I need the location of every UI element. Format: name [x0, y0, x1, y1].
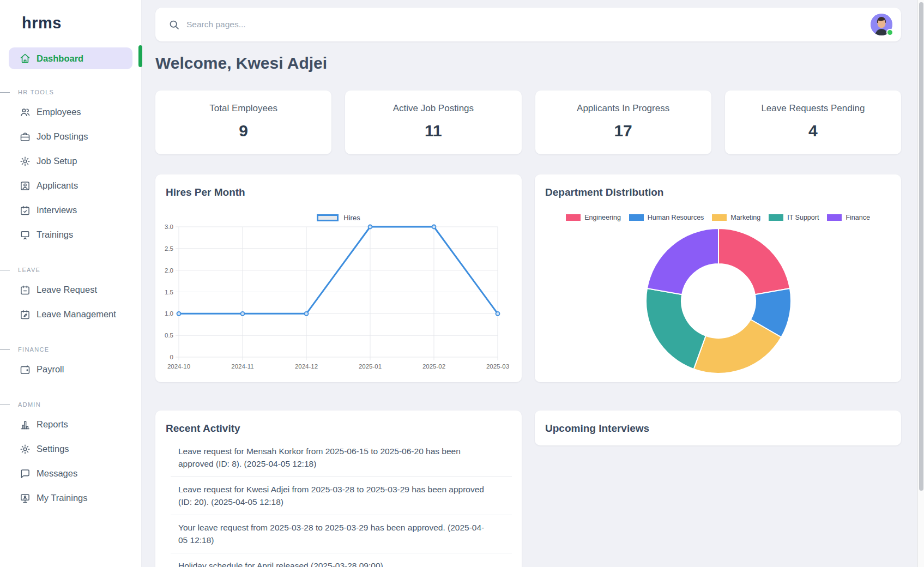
sidebar-item-interviews[interactable]: Interviews: [0, 198, 141, 222]
svg-text:3.0: 3.0: [165, 224, 173, 230]
legend-swatch: [827, 214, 842, 221]
stat-value: 11: [425, 122, 442, 140]
section-dash: [0, 270, 10, 270]
chart-title: Hires Per Month: [155, 174, 522, 198]
charts-row: Hires Per Month Hires 00.51.01.52.02.53.…: [155, 174, 901, 382]
page-title: Welcome, Kwesi Adjei: [155, 52, 901, 74]
search-icon: [168, 19, 180, 31]
department-donut-chart[interactable]: [642, 225, 795, 377]
svg-text:2024-12: 2024-12: [295, 363, 318, 370]
sidebar-section-leave: LEAVE: [0, 266, 141, 274]
screen-user-icon: [20, 493, 31, 504]
search-bar: [155, 8, 901, 41]
user-avatar[interactable]: [871, 14, 892, 35]
legend-label: Marketing: [730, 214, 760, 221]
hires-line-chart[interactable]: 00.51.01.52.02.53.02024-102024-112024-12…: [162, 207, 515, 377]
calendar-minus-icon: [20, 285, 31, 295]
legend-label: Finance: [846, 214, 869, 221]
user-card-icon: [20, 180, 31, 191]
recent-activity-card: Recent Activity Leave request for Mensah…: [155, 411, 522, 567]
legend-swatch: [712, 214, 727, 221]
stat-card-leave-requests-pending: Leave Requests Pending 4: [725, 91, 901, 154]
search-input[interactable]: [186, 20, 863, 29]
home-icon: [20, 53, 31, 64]
svg-text:2025-02: 2025-02: [422, 363, 445, 370]
gear-icon: [20, 444, 31, 455]
calendar-check-icon: [20, 205, 31, 216]
sidebar-item-payroll[interactable]: Payroll: [0, 357, 141, 382]
svg-text:0: 0: [170, 354, 173, 360]
sidebar-item-job-setup[interactable]: Job Setup: [0, 149, 141, 173]
wallet-icon: [20, 364, 31, 375]
department-distribution-card: Department Distribution EngineeringHuman…: [535, 174, 901, 382]
sidebar: hrms Dashboard HR TOOLS Employees Job Po…: [0, 0, 142, 567]
gear-icon: [20, 156, 31, 167]
sidebar-item-dashboard[interactable]: Dashboard: [9, 47, 132, 69]
legend-label: Engineering: [584, 214, 621, 221]
calendar-pen-icon: [20, 309, 31, 320]
stat-value: 4: [808, 122, 818, 140]
sidebar-item-applicants[interactable]: Applicants: [0, 173, 141, 198]
legend-label: IT Support: [787, 214, 819, 221]
section-dash: [0, 349, 10, 350]
legend-swatch: [629, 214, 644, 221]
sidebar-item-settings[interactable]: Settings: [0, 437, 141, 461]
svg-text:2025-01: 2025-01: [359, 363, 382, 370]
legend-item[interactable]: Finance: [827, 214, 869, 221]
svg-text:2024-10: 2024-10: [167, 363, 190, 370]
svg-text:1.5: 1.5: [165, 289, 173, 295]
bar-chart-icon: [20, 419, 31, 430]
online-status-dot: [886, 29, 893, 36]
svg-text:2025-03: 2025-03: [486, 363, 509, 370]
svg-text:2.5: 2.5: [165, 245, 173, 252]
section-dash: [0, 92, 10, 93]
hires-per-month-card: Hires Per Month Hires 00.51.01.52.02.53.…: [155, 174, 522, 382]
stat-value: 9: [239, 122, 248, 140]
legend-item[interactable]: Human Resources: [629, 214, 704, 221]
svg-text:2024-11: 2024-11: [231, 363, 253, 370]
scrollbar-track[interactable]: [917, 0, 924, 567]
legend-label: Human Resources: [648, 214, 704, 221]
sidebar-item-job-postings[interactable]: Job Postings: [0, 124, 141, 149]
stat-card-active-job-postings: Active Job Postings 11: [345, 91, 521, 154]
bottom-row: Recent Activity Leave request for Mensah…: [155, 411, 901, 567]
upcoming-interviews-card: Upcoming Interviews: [535, 411, 901, 445]
legend-swatch: [769, 214, 783, 221]
svg-text:0.5: 0.5: [165, 332, 173, 339]
presentation-board-icon: [20, 230, 31, 240]
app-logo: hrms: [22, 14, 141, 32]
sidebar-section-finance: FINANCE: [0, 345, 141, 354]
section-dash: [0, 405, 10, 405]
sidebar-item-leave-request[interactable]: Leave Request: [0, 278, 141, 302]
sidebar-item-trainings[interactable]: Trainings: [0, 222, 141, 247]
legend-item[interactable]: Engineering: [566, 214, 621, 221]
sidebar-section-hr-tools: HR TOOLS: [0, 88, 141, 96]
stat-cards: Total Employees 9 Active Job Postings 11…: [155, 91, 901, 154]
briefcase-icon: [20, 131, 31, 142]
donut-chart-legend: EngineeringHuman ResourcesMarketingIT Su…: [535, 214, 901, 221]
scrollbar-thumb[interactable]: [919, 2, 923, 491]
activity-item: Leave request for Mensah Korkor from 202…: [171, 439, 512, 477]
legend-item[interactable]: Marketing: [712, 214, 760, 221]
svg-text:1.0: 1.0: [165, 310, 173, 317]
sidebar-item-my-trainings[interactable]: My Trainings: [0, 486, 141, 510]
chart-title: Department Distribution: [535, 174, 901, 198]
sidebar-item-leave-management[interactable]: Leave Management: [0, 302, 141, 327]
panel-title: Upcoming Interviews: [535, 411, 901, 435]
sidebar-item-label: Dashboard: [37, 53, 83, 64]
sidebar-item-messages[interactable]: Messages: [0, 461, 141, 486]
chat-bubble-icon: [20, 468, 31, 479]
sidebar-item-employees[interactable]: Employees: [0, 100, 141, 124]
panel-title: Recent Activity: [155, 411, 522, 435]
legend-item[interactable]: IT Support: [769, 214, 819, 221]
sidebar-item-reports[interactable]: Reports: [0, 412, 141, 437]
users-icon: [20, 107, 31, 118]
legend-swatch: [566, 214, 581, 221]
svg-text:2.0: 2.0: [165, 267, 173, 274]
activity-item: Your leave request from 2025-03-28 to 20…: [171, 515, 512, 553]
stat-value: 17: [614, 122, 632, 140]
activity-item: Leave request for Kwesi Adjei from 2025-…: [171, 477, 512, 515]
sidebar-section-admin: ADMIN: [0, 400, 141, 409]
activity-list: Leave request for Mensah Korkor from 202…: [171, 439, 512, 567]
stat-card-applicants-in-progress: Applicants In Progress 17: [535, 91, 711, 154]
